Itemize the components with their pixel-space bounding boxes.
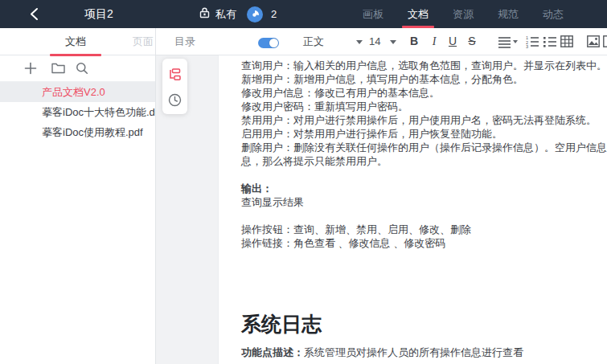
output-result: 查询显示结果 bbox=[241, 195, 607, 209]
tab-board[interactable]: 画板 bbox=[361, 0, 385, 28]
document-editor[interactable]: 查询用户：输入相关的用户信息，选取角色范围，查询用户。并显示在列表中。 新增用户… bbox=[218, 55, 607, 364]
ordered-list-icon[interactable]: 123 bbox=[526, 35, 539, 51]
feature-description-label: 功能点描述： bbox=[241, 346, 304, 358]
blank-line bbox=[241, 168, 607, 182]
privacy-badge[interactable]: 私有 bbox=[199, 0, 236, 28]
add-document-icon[interactable] bbox=[24, 62, 37, 78]
action-links-line: 操作链接：角色查看 、修改信息 、修改密码 bbox=[241, 236, 607, 250]
tab-document[interactable]: 文档 bbox=[406, 0, 430, 28]
action-buttons-line: 操作按钮：查询、新增、禁用、启用、修改、删除 bbox=[241, 223, 607, 236]
underline-button[interactable]: U bbox=[445, 28, 460, 55]
avatar[interactable] bbox=[247, 6, 263, 22]
doc-line: 删除用户：删除没有关联任何操作的用户（操作后记录操作信息）。空用户信息。如果有要… bbox=[241, 141, 607, 154]
tab-spec[interactable]: 规范 bbox=[496, 0, 520, 28]
section-heading: 系统日志 bbox=[241, 312, 607, 336]
history-clock-icon[interactable] bbox=[168, 93, 182, 107]
document-sidebar: 产品文档V2.0 摹客iDoc十大特色功能.docx 摹客iDoc使用教程.pd… bbox=[0, 55, 155, 364]
font-size-value: 14 bbox=[369, 35, 380, 47]
doc-line: 禁用用户：对用户进行禁用操作后，用户使用用户名，密码无法再登陆系统。 bbox=[241, 113, 607, 127]
doc-list-item[interactable]: 产品文档V2.0 bbox=[0, 82, 155, 102]
tab-resource[interactable]: 资源 bbox=[451, 0, 475, 28]
svg-text:3: 3 bbox=[526, 44, 528, 48]
member-count: 2 bbox=[271, 0, 277, 28]
italic-button[interactable]: I bbox=[427, 28, 441, 55]
privacy-label: 私有 bbox=[215, 7, 236, 22]
toggle-knob bbox=[269, 39, 278, 47]
feature-description-text: 系统管理员对操作人员的所有操作信息进行查看 bbox=[304, 346, 523, 358]
doc-line: 修改用户信息：修改已有用户的基本信息。 bbox=[241, 86, 607, 100]
doc-list-item[interactable]: 摹客iDoc使用教程.pdf bbox=[0, 122, 155, 142]
subtab-toc[interactable]: 目录 bbox=[167, 28, 203, 55]
doc-line: 查询用户：输入相关的用户信息，选取角色范围，查询用户。并显示在列表中。 bbox=[241, 59, 607, 72]
doc-line: 启用用户：对禁用用户进行操作后，用户恢复登陆功能。 bbox=[241, 127, 607, 141]
top-nav: 画板 文档 资源 规范 动态 bbox=[361, 0, 565, 28]
image-icon[interactable] bbox=[587, 35, 600, 51]
table-icon[interactable] bbox=[560, 35, 573, 51]
back-icon[interactable] bbox=[29, 7, 40, 21]
doc-line: 修改用户密码：重新填写用户密码。 bbox=[241, 100, 607, 113]
doc-list-item[interactable]: 摹客iDoc十大特色功能.docx bbox=[0, 102, 155, 122]
paragraph-style-value: 正文 bbox=[303, 35, 324, 47]
sidebar-header bbox=[0, 55, 155, 82]
subtab-document[interactable]: 文档 bbox=[58, 28, 93, 55]
tab-activity[interactable]: 动态 bbox=[541, 0, 565, 28]
strikethrough-button[interactable]: S bbox=[465, 28, 479, 55]
search-icon[interactable] bbox=[76, 62, 88, 78]
blank-line bbox=[241, 209, 607, 223]
more-tools-icon[interactable] bbox=[603, 35, 607, 51]
project-title: 项目2 bbox=[84, 0, 113, 28]
gutter-panel bbox=[156, 55, 218, 364]
doc-line: 息，那么将提示只能禁用用户。 bbox=[241, 154, 607, 168]
lock-icon bbox=[199, 7, 210, 22]
folder-icon[interactable] bbox=[51, 62, 65, 77]
align-button[interactable] bbox=[498, 35, 518, 51]
output-label: 输出： bbox=[241, 182, 607, 195]
caret-down-icon bbox=[390, 40, 396, 44]
paragraph-style-select[interactable]: 正文 bbox=[303, 28, 363, 55]
floating-tool-card bbox=[162, 59, 187, 114]
edit-mode-toggle[interactable] bbox=[258, 38, 279, 48]
doc-line: 新增用户：新增用户信息，填写用户的基本信息，分配角色。 bbox=[241, 72, 607, 86]
caret-down-icon bbox=[356, 40, 363, 44]
font-size-select[interactable]: 14 bbox=[369, 28, 396, 55]
bold-button[interactable]: B bbox=[407, 28, 421, 55]
feature-description: 功能点描述：系统管理员对操作人员的所有操作信息进行查看 bbox=[241, 346, 607, 359]
unordered-list-icon[interactable] bbox=[543, 35, 556, 51]
outline-tree-icon[interactable] bbox=[168, 67, 182, 81]
sidebar-divider bbox=[155, 28, 156, 364]
toolbar: 文档 页面 目录 正文 14 B I U S 123 bbox=[0, 28, 607, 55]
top-bar: 项目2 私有 2 画板 文档 资源 规范 动态 bbox=[0, 0, 607, 28]
